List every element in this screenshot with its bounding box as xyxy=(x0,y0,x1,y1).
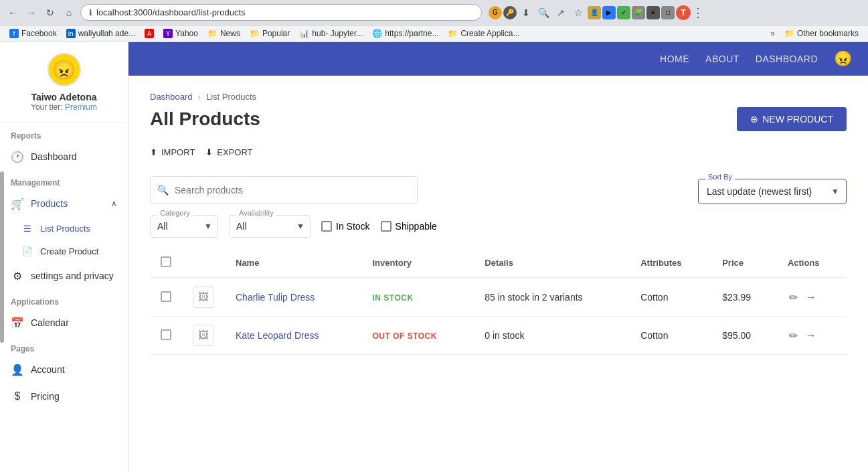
row2-inventory-status: OUT OF STOCK xyxy=(372,331,436,341)
ext-icon-1[interactable]: G xyxy=(489,6,502,19)
search-input[interactable] xyxy=(151,177,417,204)
row1-edit-button[interactable]: ✏ xyxy=(788,290,799,305)
refresh-button[interactable]: ↻ xyxy=(43,5,58,20)
bookmark-adobe[interactable]: A xyxy=(141,27,158,40)
availability-filter: Availability All In Stock Out of Stock ▼ xyxy=(229,215,311,238)
back-button[interactable]: ← xyxy=(5,5,20,20)
bookmark-other[interactable]: 📁 Other bookmarks xyxy=(780,27,863,40)
bookmark-yahoo[interactable]: Y Yahoo xyxy=(159,27,202,40)
bookmark-news[interactable]: 📁 News xyxy=(203,27,244,40)
table-body: 🖼 Charlie Tulip Dress IN STOCK 85 in sto… xyxy=(150,278,847,355)
topnav-about[interactable]: ABOUT xyxy=(705,54,740,64)
ext-icon-8[interactable]: □ xyxy=(661,6,675,19)
in-stock-label: In Stock xyxy=(336,221,370,232)
export-icon: ⬇ xyxy=(205,147,213,157)
header-attributes: Attributes xyxy=(630,248,711,278)
top-nav: HOME ABOUT DASHBOARD 😠 xyxy=(128,42,868,76)
sidebar-item-pricing[interactable]: $ Pricing xyxy=(0,383,128,410)
bookmark-partner[interactable]: 🌐 https://partne... xyxy=(368,27,442,40)
sort-select[interactable]: Last update (newest first) Last update (… xyxy=(699,179,846,204)
page-content: Dashboard › List Products All Products ⊕… xyxy=(128,76,868,371)
header-price: Price xyxy=(711,248,777,278)
bookmark-news-label: News xyxy=(220,29,240,38)
address-bar[interactable]: ℹ localhost:3000/dashboard/list-products xyxy=(80,4,482,21)
category-label: Category xyxy=(157,209,193,217)
sidebar-item-account-label: Account xyxy=(31,364,65,375)
topnav-home[interactable]: HOME xyxy=(660,54,689,64)
ext-icon-4[interactable]: ▶ xyxy=(602,6,616,19)
row2-img-cell: 🖼 xyxy=(182,317,225,355)
star-btn[interactable]: ☆ xyxy=(570,5,586,21)
row2-checkbox-cell xyxy=(150,317,182,355)
plus-icon: ⊕ xyxy=(750,114,758,125)
row2-view-button[interactable]: → xyxy=(804,328,818,343)
sidebar-item-account[interactable]: 👤 Account xyxy=(0,356,128,383)
ext-icon-5[interactable]: ✓ xyxy=(617,6,630,19)
export-button[interactable]: ⬇ EXPORT xyxy=(205,145,252,160)
bookmark-create-app[interactable]: 📁 Create Applica... xyxy=(444,27,523,40)
share-btn[interactable]: ↗ xyxy=(553,5,569,21)
sidebar-section-applications: Applications xyxy=(0,289,128,309)
content-area: HOME ABOUT DASHBOARD 😠 Dashboard › List … xyxy=(128,42,868,472)
bookmark-facebook[interactable]: f Facebook xyxy=(5,27,61,40)
header-actions: Actions xyxy=(777,248,847,278)
browser-chrome: ← → ↻ ⌂ ℹ localhost:3000/dashboard/list-… xyxy=(0,0,868,25)
sidebar-scrollbar-thumb[interactable] xyxy=(0,171,4,343)
sidebar-item-calendar[interactable]: 📅 Calendar xyxy=(0,309,128,336)
row2-attributes-cell: Cotton xyxy=(630,317,711,355)
import-button[interactable]: ⬆ IMPORT xyxy=(150,145,195,160)
search-filter-row: 🔍 Sort By Last update (newest first) Las… xyxy=(150,176,847,204)
row2-price-cell: $95.00 xyxy=(711,317,777,355)
bookmark-yahoo-label: Yahoo xyxy=(175,29,198,38)
forward-button[interactable]: → xyxy=(24,5,39,20)
bookmark-waliyullah[interactable]: in waliyullah ade... xyxy=(62,27,139,40)
row2-checkbox[interactable] xyxy=(161,329,171,340)
sidebar-item-create-product[interactable]: 📄 Create Product xyxy=(0,240,128,262)
sidebar-item-list-products[interactable]: ☰ List Products xyxy=(0,217,128,240)
bookmark-popular[interactable]: 📁 Popular xyxy=(246,27,294,40)
bookmark-partner-label: https://partne... xyxy=(385,29,438,38)
ext-icon-6[interactable]: 🧩 xyxy=(632,6,645,19)
shippable-checkbox-group[interactable]: Shippable xyxy=(381,221,437,232)
select-all-checkbox[interactable] xyxy=(161,256,171,267)
row1-view-button[interactable]: → xyxy=(804,290,818,305)
in-stock-checkbox[interactable] xyxy=(321,221,332,232)
bookmarks-more-btn[interactable]: » xyxy=(766,27,779,40)
header-details: Details xyxy=(474,248,630,278)
availability-select[interactable]: All In Stock Out of Stock xyxy=(230,216,310,237)
row1-checkbox[interactable] xyxy=(161,291,171,302)
category-filter: Category All Dress Shirt Pants ▼ xyxy=(150,215,218,238)
row2-product-name[interactable]: Kate Leopard Dress xyxy=(236,330,319,341)
row2-edit-button[interactable]: ✏ xyxy=(788,328,799,343)
topnav-user-emoji[interactable]: 😠 xyxy=(834,50,852,68)
sidebar-item-settings[interactable]: ⚙ settings and privacy xyxy=(0,262,128,289)
header-name: Name xyxy=(225,248,361,278)
row2-actions-cell: ✏ → xyxy=(777,317,847,355)
ext-icon-2[interactable]: 🔑 xyxy=(503,6,517,19)
row1-product-name[interactable]: Charlie Tulip Dress xyxy=(236,292,315,303)
category-select[interactable]: All Dress Shirt Pants xyxy=(151,216,218,237)
in-stock-checkbox-group[interactable]: In Stock xyxy=(321,221,370,232)
home-button[interactable]: ⌂ xyxy=(62,5,76,20)
download-btn[interactable]: ⬇ xyxy=(518,5,534,21)
adobe-icon: A xyxy=(145,29,154,38)
user-tier-value: Premium xyxy=(65,102,97,112)
new-product-button[interactable]: ⊕ NEW PRODUCT xyxy=(737,107,847,131)
ext-icon-3[interactable]: 👤 xyxy=(588,6,601,19)
avatar-emoji: 😠 xyxy=(52,59,76,81)
sidebar-item-products-label: Products xyxy=(31,198,68,209)
bookmark-jupyter[interactable]: 📊 hub- Jupyter... xyxy=(295,27,367,40)
topnav-dashboard[interactable]: DASHBOARD xyxy=(756,54,818,64)
search-btn[interactable]: 🔍 xyxy=(535,5,551,21)
browser-menu-button[interactable]: ⋮ xyxy=(692,5,704,20)
export-btn-label: EXPORT xyxy=(217,147,252,157)
row1-action-icons: ✏ → xyxy=(788,290,836,305)
header-img-col xyxy=(182,248,225,278)
sidebar-item-dashboard[interactable]: 🕐 Dashboard xyxy=(0,143,128,170)
ext-icon-7[interactable]: ≡ xyxy=(646,6,660,19)
sidebar-item-dashboard-label: Dashboard xyxy=(31,151,77,162)
sidebar-item-products[interactable]: 🛒 Products ∧ xyxy=(0,190,128,217)
shippable-checkbox[interactable] xyxy=(381,221,392,232)
breadcrumb-dashboard[interactable]: Dashboard xyxy=(150,92,193,102)
profile-avatar[interactable]: T xyxy=(676,5,691,20)
